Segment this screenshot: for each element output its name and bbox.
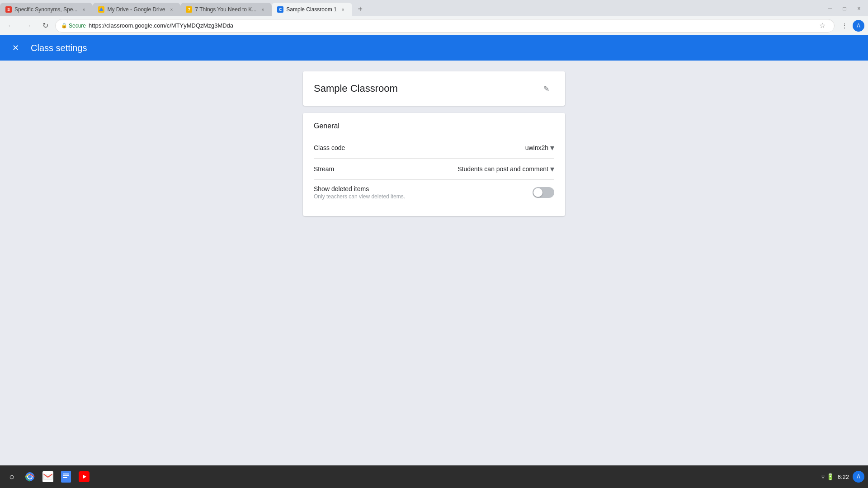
bookmark-button[interactable]: ☆ (816, 19, 829, 32)
svg-rect-7 (63, 477, 67, 478)
show-deleted-sublabel: Only teachers can view deleted items. (314, 193, 405, 200)
svg-rect-5 (63, 474, 69, 474)
svg-rect-6 (63, 475, 69, 476)
tab-7things-close[interactable]: × (259, 6, 266, 13)
deleted-items-label-group: Show deleted items Only teachers can vie… (314, 185, 405, 200)
stream-label: Stream (314, 165, 334, 173)
system-tray: ▿ 🔋 (821, 473, 834, 480)
refresh-button[interactable]: ↻ (38, 19, 52, 33)
general-card: General Class code uwinx2h ▾ Stream Stud… (303, 113, 565, 216)
svg-rect-4 (61, 471, 71, 483)
maximize-button[interactable]: □ (837, 3, 852, 14)
close-icon: ✕ (12, 43, 19, 53)
class-name-text: Sample Classroom (314, 83, 398, 94)
tab-classroom-close[interactable]: × (340, 6, 347, 13)
taskbar-right: ▿ 🔋 6:22 A (821, 471, 864, 483)
tab-drive-favicon (98, 6, 104, 13)
general-section-title: General (314, 122, 554, 130)
clock: 6:22 (838, 474, 849, 480)
close-settings-button[interactable]: ✕ (7, 40, 24, 56)
tab-classroom[interactable]: C Sample Classroom 1 × (272, 3, 352, 16)
secure-badge: 🔒 Secure (61, 23, 86, 29)
page-title: Class settings (31, 43, 87, 53)
secure-label: Secure (69, 23, 86, 29)
wifi-icon: ▿ (821, 473, 825, 480)
app-header: ✕ Class settings (0, 35, 868, 61)
tab-drive-label: My Drive - Google Drive (107, 6, 165, 13)
back-button[interactable]: ← (4, 19, 18, 33)
tab-classroom-label: Sample Classroom 1 (286, 6, 336, 13)
tab-7things[interactable]: 7 7 Things You Need to K... × (180, 3, 272, 16)
taskbar: ○ (0, 465, 868, 488)
stream-value-container[interactable]: Students can post and comment ▾ (458, 164, 554, 174)
class-code-value: uwinx2h (525, 144, 548, 151)
taskbar-youtube-button[interactable] (76, 469, 92, 485)
user-avatar[interactable]: A (853, 20, 864, 32)
class-name-card: Sample Classroom ✎ (303, 71, 565, 106)
taskbar-chrome-button[interactable] (22, 469, 38, 485)
class-code-dropdown-icon: ▾ (550, 143, 554, 153)
address-bar-right: ⋮ A (837, 19, 864, 33)
svg-point-2 (28, 475, 32, 479)
address-bar: ← → ↻ 🔒 Secure https://classroom.google.… (0, 16, 868, 35)
battery-icon: 🔋 (826, 473, 834, 480)
stream-value: Students can post and comment (458, 165, 548, 173)
tab-synonyms-label: Specific Synonyms, Spe... (14, 6, 77, 13)
url-text: https://classroom.google.com/c/MTYyMDQzM… (89, 22, 233, 29)
show-deleted-row: Show deleted items Only teachers can vie… (314, 180, 554, 205)
edit-class-name-button[interactable]: ✎ (538, 80, 554, 97)
taskbar-docs-button[interactable] (58, 469, 74, 485)
browser-frame: S Specific Synonyms, Spe... × My Drive -… (0, 0, 868, 488)
window-controls: ─ □ × (823, 3, 868, 16)
tab-synonyms[interactable]: S Specific Synonyms, Spe... × (0, 3, 93, 16)
tab-classroom-favicon: C (277, 6, 283, 13)
tab-drive-close[interactable]: × (168, 6, 175, 13)
tab-synonyms-close[interactable]: × (80, 6, 87, 13)
stream-row: Stream Students can post and comment ▾ (314, 159, 554, 180)
taskbar-gmail-button[interactable] (40, 469, 56, 485)
minimize-button[interactable]: ─ (823, 3, 837, 14)
edit-icon: ✎ (543, 84, 549, 93)
tab-synonyms-favicon: S (5, 6, 12, 13)
tab-7things-favicon: 7 (186, 6, 192, 13)
close-window-button[interactable]: × (852, 3, 866, 14)
tab-bar: S Specific Synonyms, Spe... × My Drive -… (0, 0, 868, 16)
tab-drive[interactable]: My Drive - Google Drive × (93, 3, 180, 16)
forward-button[interactable]: → (21, 19, 35, 33)
class-code-row: Class code uwinx2h ▾ (314, 137, 554, 159)
taskbar-circle-button[interactable]: ○ (4, 469, 20, 485)
user-account-button[interactable]: A (853, 471, 864, 483)
tab-7things-label: 7 Things You Need to K... (195, 6, 256, 13)
extensions-button[interactable]: ⋮ (837, 19, 852, 33)
main-content: Sample Classroom ✎ General Class code uw… (0, 61, 868, 488)
toggle-knob (533, 188, 542, 197)
class-code-value-container[interactable]: uwinx2h ▾ (525, 143, 554, 153)
stream-dropdown-icon: ▾ (550, 164, 554, 174)
class-code-label: Class code (314, 144, 345, 151)
show-deleted-toggle[interactable] (533, 187, 554, 198)
show-deleted-label: Show deleted items (314, 185, 405, 192)
new-tab-button[interactable]: + (354, 3, 367, 15)
url-bar[interactable]: 🔒 Secure https://classroom.google.com/c/… (55, 19, 835, 33)
lock-icon: 🔒 (61, 23, 67, 28)
